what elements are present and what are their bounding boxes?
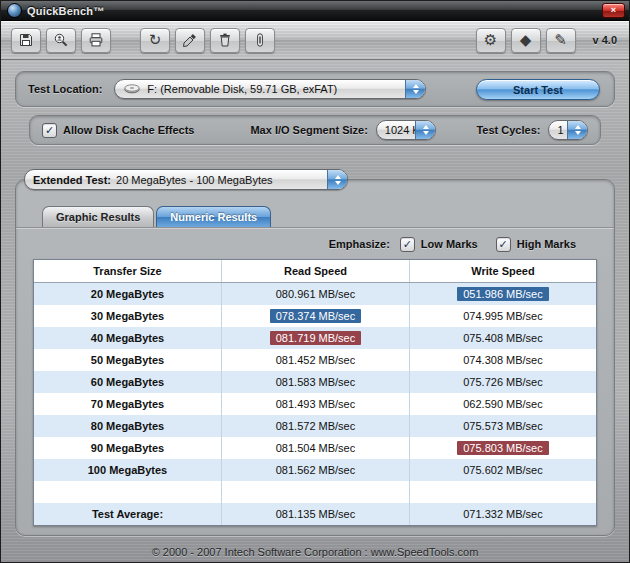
options-group: ✓ Allow Disk Cache Effects Max I/O Segme…: [29, 115, 601, 145]
eject-button[interactable]: [245, 28, 275, 53]
write-speed-value: 075.408 MB/sec: [457, 331, 549, 345]
transfer-size-cell: 20 MegaBytes: [34, 283, 222, 306]
floppy-disk-icon: [18, 32, 34, 48]
copyright-footer: © 2000 - 2007 Intech Software Corporatio…: [15, 546, 615, 558]
trash-button[interactable]: [210, 28, 240, 53]
disk-cache-label: Allow Disk Cache Effects: [63, 124, 194, 136]
write-speed-cell: 075.726 MB/sec: [410, 371, 597, 393]
results-table-body: 20 MegaBytes 080.961 MB/sec 051.986 MB/s…: [34, 283, 596, 526]
read-speed-cell: [222, 481, 410, 503]
results-tab-bar: Graphic Results Numeric Results: [42, 206, 614, 227]
window-title: QuickBench™: [27, 5, 104, 17]
refresh-button[interactable]: ↻: [140, 28, 170, 53]
disk-cache-checkbox[interactable]: ✓: [42, 123, 57, 138]
extended-test-label: Extended Test:: [33, 174, 111, 186]
average-read-cell: 081.135 MB/sec: [222, 503, 410, 525]
read-speed-cell: 081.583 MB/sec: [222, 371, 410, 393]
clean-button[interactable]: [175, 28, 205, 53]
start-test-button[interactable]: Start Test: [476, 79, 600, 100]
about-button[interactable]: ◆: [511, 28, 541, 53]
close-button[interactable]: ×: [602, 3, 625, 18]
segment-size-label: Max I/O Segment Size:: [250, 124, 367, 136]
dropdown-arrows-icon: [567, 121, 587, 139]
write-speed-value: [497, 494, 509, 496]
table-row: 20 MegaBytes 080.961 MB/sec 051.986 MB/s…: [34, 283, 596, 306]
average-row: Test Average: 081.135 MB/sec 071.332 MB/…: [34, 503, 596, 525]
high-marks-checkbox[interactable]: ✓: [496, 237, 511, 252]
app-icon: [7, 3, 22, 18]
results-group: Extended Test: 20 MegaBytes - 100 MegaBy…: [15, 179, 615, 536]
test-location-group: Test Location: F: (Removable Disk, 59.71…: [15, 71, 615, 107]
printer-icon: [88, 32, 104, 48]
gear-icon: ⚙: [484, 33, 497, 48]
table-row: 40 MegaBytes 081.719 MB/sec 075.408 MB/s…: [34, 327, 596, 349]
diamond-icon: ◆: [520, 33, 532, 48]
low-marks-checkbox[interactable]: ✓: [400, 237, 415, 252]
col-header-write-speed: Write Speed: [410, 260, 597, 283]
report-button[interactable]: ✎: [546, 28, 576, 53]
table-row: 70 MegaBytes 081.493 MB/sec 062.590 MB/s…: [34, 393, 596, 415]
table-row: 90 MegaBytes 081.504 MB/sec 075.803 MB/s…: [34, 437, 596, 459]
version-label: v 4.0: [593, 34, 617, 46]
magnifier-user-icon: [53, 32, 69, 48]
read-speed-cell: 081.504 MB/sec: [222, 437, 410, 459]
transfer-size-cell: 70 MegaBytes: [34, 393, 222, 415]
write-speed-cell: 075.573 MB/sec: [410, 415, 597, 437]
refresh-icon: ↻: [149, 33, 162, 48]
print-button[interactable]: [81, 28, 111, 53]
segment-size-dropdown[interactable]: 1024 KB: [376, 120, 437, 140]
test-location-dropdown[interactable]: F: (Removable Disk, 59.71 GB, exFAT): [114, 79, 426, 99]
write-speed-value: 074.308 MB/sec: [457, 353, 549, 367]
results-table: Transfer Size Read Speed Write Speed 20 …: [34, 260, 596, 525]
read-speed-cell: 081.452 MB/sec: [222, 349, 410, 371]
table-row: 30 MegaBytes 078.374 MB/sec 074.995 MB/s…: [34, 305, 596, 327]
window-body: Test Location: F: (Removable Disk, 59.71…: [1, 60, 629, 558]
write-speed-value: 075.602 MB/sec: [457, 463, 549, 477]
transfer-size-cell: 100 MegaBytes: [34, 459, 222, 481]
read-speed-cell: 081.719 MB/sec: [222, 327, 410, 349]
average-read-value: 081.135 MB/sec: [270, 507, 362, 521]
emphasize-label: Emphasize:: [329, 238, 390, 250]
average-write-cell: 071.332 MB/sec: [410, 503, 597, 525]
average-write-value: 071.332 MB/sec: [457, 507, 549, 521]
device-icon: [252, 32, 268, 48]
toolbar: ↻ ⚙ ◆ ✎ v 4.0: [1, 21, 629, 60]
inspect-button[interactable]: [46, 28, 76, 53]
trash-icon: [217, 32, 233, 48]
numeric-results-panel: Emphasize: ✓ Low Marks ✓ High Marks Tran…: [16, 227, 614, 526]
read-speed-value: 081.562 MB/sec: [270, 463, 362, 477]
read-speed-cell: 078.374 MB/sec: [222, 305, 410, 327]
dropdown-arrows-icon: [327, 170, 347, 189]
tab-numeric-results[interactable]: Numeric Results: [156, 206, 271, 227]
transfer-size-cell: 40 MegaBytes: [34, 327, 222, 349]
tab-graphic-results[interactable]: Graphic Results: [42, 206, 154, 227]
write-speed-cell: 051.986 MB/sec: [410, 283, 597, 306]
read-speed-value: [310, 494, 322, 496]
settings-button[interactable]: ⚙: [476, 28, 506, 53]
col-header-read-speed: Read Speed: [222, 260, 410, 283]
transfer-size-cell: 80 MegaBytes: [34, 415, 222, 437]
test-cycles-label: Test Cycles:: [476, 124, 540, 136]
table-row: 100 MegaBytes 081.562 MB/sec 075.602 MB/…: [34, 459, 596, 481]
read-speed-cell: 081.493 MB/sec: [222, 393, 410, 415]
save-button[interactable]: [11, 28, 41, 53]
write-speed-cell: 062.590 MB/sec: [410, 393, 597, 415]
write-speed-value: 051.986 MB/sec: [457, 287, 549, 301]
write-speed-cell: 074.308 MB/sec: [410, 349, 597, 371]
test-location-label: Test Location:: [28, 83, 102, 95]
extended-test-dropdown[interactable]: Extended Test: 20 MegaBytes - 100 MegaBy…: [24, 169, 348, 190]
test-cycles-value: 1: [557, 124, 563, 136]
table-row: 50 MegaBytes 081.452 MB/sec 074.308 MB/s…: [34, 349, 596, 371]
read-speed-value: 081.572 MB/sec: [270, 419, 362, 433]
read-speed-cell: 080.961 MB/sec: [222, 283, 410, 306]
read-speed-cell: 081.562 MB/sec: [222, 459, 410, 481]
test-cycles-dropdown[interactable]: 1: [548, 120, 588, 140]
write-speed-value: 074.995 MB/sec: [457, 309, 549, 323]
table-header-row: Transfer Size Read Speed Write Speed: [34, 260, 596, 283]
dropdown-arrows-icon: [415, 121, 435, 139]
quickbench-window: QuickBench™ ×: [0, 0, 630, 563]
write-speed-cell: 075.803 MB/sec: [410, 437, 597, 459]
transfer-size-cell: 30 MegaBytes: [34, 305, 222, 327]
table-row: 60 MegaBytes 081.583 MB/sec 075.726 MB/s…: [34, 371, 596, 393]
brush-icon: [182, 32, 198, 48]
